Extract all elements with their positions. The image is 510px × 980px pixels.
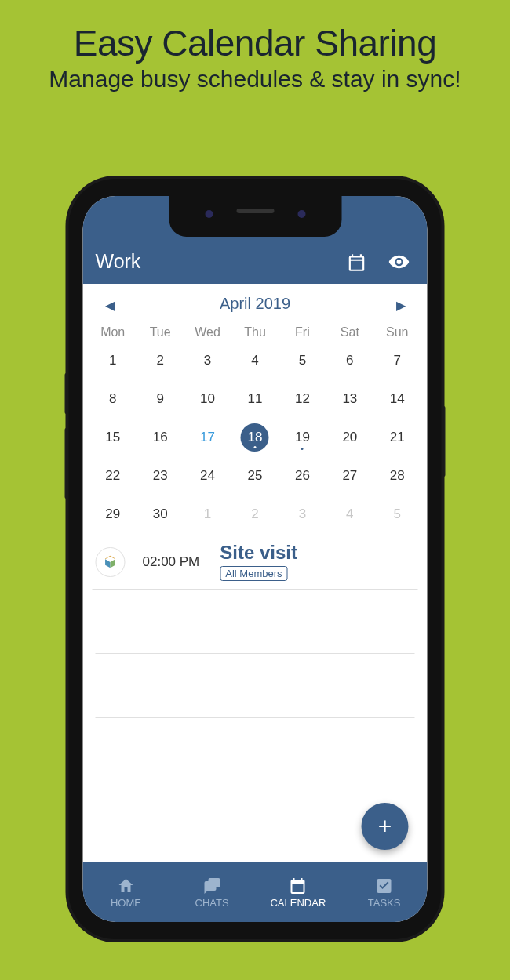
marketing-title: Easy Calendar Sharing (0, 22, 510, 64)
day-cell[interactable]: 1 (89, 341, 137, 379)
marketing-header: Easy Calendar Sharing Manage busy schedu… (0, 0, 510, 93)
calendar-title: Work (96, 250, 330, 273)
day-cell[interactable]: 10 (184, 379, 231, 418)
day-cell[interactable]: 17 (184, 418, 231, 456)
day-cell[interactable]: 14 (373, 379, 421, 418)
divider (96, 654, 415, 718)
weekday-label: Fri (279, 325, 326, 339)
weekday-label: Wed (184, 325, 231, 339)
day-cell[interactable]: 5 (279, 341, 326, 379)
event-dot (301, 448, 304, 450)
day-cell[interactable]: 16 (137, 418, 184, 456)
nav-calendar[interactable]: CALENDAR (255, 862, 341, 922)
day-cell[interactable]: 4 (231, 341, 279, 379)
nav-label: HOME (111, 897, 141, 909)
event-time: 02:00 PM (143, 554, 200, 570)
day-cell[interactable]: 5 (373, 495, 421, 533)
phone-screen: Work ◀ April 2019 ▶ MonTueWedThuFriSatSu… (83, 196, 428, 922)
calendar-icon[interactable] (341, 252, 373, 273)
day-cell[interactable]: 7 (373, 341, 421, 379)
day-cell[interactable]: 25 (231, 456, 279, 495)
visibility-icon[interactable] (384, 251, 415, 273)
marketing-subtitle: Manage busy schedules & stay in sync! (0, 66, 510, 93)
bottom-nav: HOME CHATS CALENDAR TASKS (83, 862, 428, 922)
tasks-icon (375, 877, 394, 895)
day-cell[interactable]: 9 (137, 379, 184, 418)
event-body: Site visit All Members (220, 543, 297, 581)
plus-icon: + (378, 813, 392, 840)
day-cell[interactable]: 1 (184, 495, 231, 533)
day-cell[interactable]: 8 (89, 379, 137, 418)
phone-mockup: Work ◀ April 2019 ▶ MonTueWedThuFriSatSu… (69, 179, 442, 939)
day-cell[interactable]: 22 (89, 456, 137, 495)
days-grid: 1234567891011121314151617181920212223242… (83, 341, 428, 533)
day-cell[interactable]: 20 (326, 418, 373, 456)
day-cell[interactable]: 26 (279, 456, 326, 495)
weekday-label: Tue (137, 325, 184, 339)
event-source-icon (96, 547, 126, 577)
day-cell[interactable]: 2 (231, 495, 279, 533)
day-cell[interactable]: 29 (89, 495, 137, 533)
day-cell[interactable]: 3 (279, 495, 326, 533)
day-cell[interactable]: 12 (279, 379, 326, 418)
prev-month-button[interactable]: ◀ (105, 298, 115, 313)
phone-frame: Work ◀ April 2019 ▶ MonTueWedThuFriSatSu… (69, 179, 442, 939)
weekday-label: Mon (89, 325, 137, 339)
nav-chats[interactable]: CHATS (169, 862, 255, 922)
divider (96, 718, 415, 742)
weekday-label: Sun (373, 325, 421, 339)
day-cell[interactable]: 6 (326, 341, 373, 379)
home-icon (116, 877, 135, 895)
day-cell[interactable]: 19 (279, 418, 326, 456)
phone-notch (169, 196, 341, 237)
phone-side-button (442, 406, 446, 477)
day-cell[interactable]: 21 (373, 418, 421, 456)
event-members-badge: All Members (220, 566, 287, 581)
nav-label: TASKS (368, 897, 401, 909)
divider (96, 590, 415, 654)
weekday-label: Thu (231, 325, 279, 339)
day-cell[interactable]: 15 (89, 418, 137, 456)
nav-tasks[interactable]: TASKS (341, 862, 428, 922)
month-label[interactable]: April 2019 (220, 295, 290, 313)
day-cell[interactable]: 27 (326, 456, 373, 495)
nav-label: CALENDAR (270, 897, 326, 909)
event-row[interactable]: 02:00 PM Site visit All Members (93, 533, 418, 590)
nav-label: CHATS (195, 897, 229, 909)
weekday-label: Sat (326, 325, 373, 339)
next-month-button[interactable]: ▶ (396, 298, 406, 313)
weekday-row: MonTueWedThuFriSatSun (83, 321, 428, 341)
day-cell[interactable]: 3 (184, 341, 231, 379)
nav-home[interactable]: HOME (83, 862, 169, 922)
day-cell[interactable]: 28 (373, 456, 421, 495)
calendar-icon (289, 877, 308, 895)
event-title: Site visit (220, 543, 297, 563)
day-cell[interactable]: 30 (137, 495, 184, 533)
month-nav: ◀ April 2019 ▶ (83, 284, 428, 321)
day-cell[interactable]: 23 (137, 456, 184, 495)
day-cell[interactable]: 4 (326, 495, 373, 533)
day-cell[interactable]: 2 (137, 341, 184, 379)
day-cell[interactable]: 13 (326, 379, 373, 418)
app-root: Work ◀ April 2019 ▶ MonTueWedThuFriSatSu… (83, 196, 428, 922)
day-cell[interactable]: 18 (231, 418, 279, 456)
add-button[interactable]: + (362, 803, 409, 850)
chats-icon (202, 877, 221, 895)
day-cell[interactable]: 24 (184, 456, 231, 495)
day-cell[interactable]: 11 (231, 379, 279, 418)
event-dot (253, 446, 256, 448)
